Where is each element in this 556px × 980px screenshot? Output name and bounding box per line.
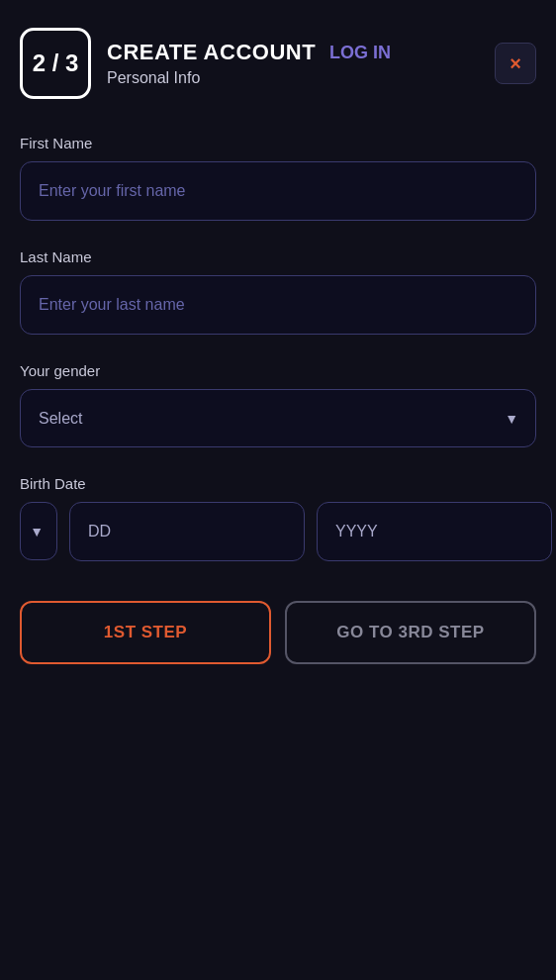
birth-month-select[interactable]: MM 01 02 03 04 05 06 07 08 09 10 11 12	[20, 502, 57, 560]
birth-date-row: MM 01 02 03 04 05 06 07 08 09 10 11 12 ▼	[20, 502, 536, 561]
header-title-row: CREATE ACCOUNT LOG IN	[107, 40, 479, 65]
first-name-field-group: First Name	[20, 135, 536, 221]
close-button[interactable]: ×	[495, 43, 536, 84]
first-name-label: First Name	[20, 135, 536, 151]
birth-date-field-group: Birth Date MM 01 02 03 04 05 06 07 08 09…	[20, 475, 536, 561]
step-badge-text: 2 / 3	[33, 49, 79, 77]
birth-mm-wrapper: MM 01 02 03 04 05 06 07 08 09 10 11 12 ▼	[20, 502, 57, 561]
gender-label: Your gender	[20, 362, 536, 379]
gender-select[interactable]: Select Male Female Other Prefer not to s…	[20, 389, 536, 447]
create-account-label: CREATE ACCOUNT	[107, 40, 316, 65]
birth-date-label: Birth Date	[20, 475, 536, 492]
last-name-label: Last Name	[20, 248, 536, 265]
step-badge: 2 / 3	[20, 28, 91, 99]
page-container: 2 / 3 CREATE ACCOUNT LOG IN Personal Inf…	[0, 0, 556, 980]
birth-year-input[interactable]	[317, 502, 552, 561]
close-icon: ×	[510, 53, 521, 73]
login-link[interactable]: LOG IN	[329, 43, 391, 63]
birth-day-input[interactable]	[69, 502, 305, 561]
first-step-button[interactable]: 1ST STEP	[20, 601, 271, 664]
last-name-input[interactable]	[20, 275, 536, 335]
header: 2 / 3 CREATE ACCOUNT LOG IN Personal Inf…	[20, 28, 536, 99]
header-text: CREATE ACCOUNT LOG IN Personal Info	[107, 40, 479, 87]
last-name-field-group: Last Name	[20, 248, 536, 335]
gender-select-wrapper: Select Male Female Other Prefer not to s…	[20, 389, 536, 447]
go-to-3rd-step-button[interactable]: GO TO 3RD STEP	[285, 601, 536, 664]
button-row: 1ST STEP GO TO 3RD STEP	[20, 601, 536, 664]
gender-field-group: Your gender Select Male Female Other Pre…	[20, 362, 536, 447]
subtitle: Personal Info	[107, 69, 479, 87]
first-name-input[interactable]	[20, 161, 536, 221]
